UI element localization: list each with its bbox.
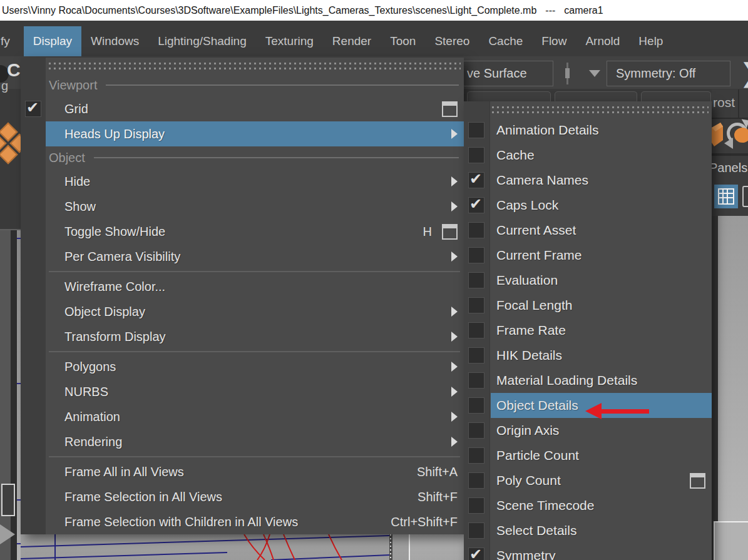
menubar-item-toon[interactable]: Toon <box>381 26 425 56</box>
checkbox[interactable] <box>468 272 484 288</box>
symmetry-dropdown[interactable]: Symmetry: Off <box>607 61 730 86</box>
menubar-item-flow[interactable]: Flow <box>532 26 576 56</box>
menu-separator <box>21 349 464 354</box>
menu-item-right: H <box>423 224 458 240</box>
checkbox[interactable] <box>468 347 484 364</box>
checkbox[interactable] <box>468 397 484 414</box>
menu-item-hide[interactable]: Hide <box>21 169 464 194</box>
menu-item-label: Heads Up Display <box>64 127 451 141</box>
menubar-item-stereo[interactable]: Stereo <box>425 26 479 56</box>
menubar-item-lighting-shading[interactable]: Lighting/Shading <box>148 26 256 56</box>
submenu-item-frame-rate[interactable]: Frame Rate <box>464 318 712 343</box>
checkbox[interactable] <box>468 522 484 539</box>
film-layout-icon[interactable] <box>742 186 748 207</box>
shortcut-label: Shift+A <box>417 465 458 479</box>
construction-icon[interactable]: C <box>7 59 21 81</box>
submenu-item-focal-length[interactable]: Focal Length <box>464 293 712 318</box>
viewport[interactable] <box>21 534 464 560</box>
submenu-item-symmetry[interactable]: ✔Symmetry <box>464 543 712 560</box>
menu-item-frame-selection-with-children-in-all-views[interactable]: Frame Selection with Children in All Vie… <box>21 509 464 534</box>
checkbox[interactable] <box>468 322 484 339</box>
submenu-item-camera-names[interactable]: ✔Camera Names <box>464 168 712 193</box>
menu-item-rendering[interactable]: Rendering <box>21 429 464 454</box>
menu-item-transform-display[interactable]: Transform Display <box>21 324 464 349</box>
submenu-item-label: Scene Timecode <box>496 498 705 513</box>
menu-item-nurbs[interactable]: NURBS <box>21 379 464 404</box>
shelf-tab[interactable] <box>641 91 711 101</box>
menu-item-body: Show <box>46 194 464 219</box>
option-box-icon[interactable] <box>442 224 458 240</box>
viewport-right-pane[interactable] <box>410 534 464 560</box>
submenu-item-animation-details[interactable]: Animation Details <box>464 118 712 143</box>
menu-item-toggle-show-hide[interactable]: Toggle Show/HideH <box>21 219 464 244</box>
checkbox[interactable] <box>468 372 484 389</box>
checkbox[interactable] <box>468 422 484 439</box>
live-surface-field[interactable]: ve Surface <box>464 61 553 86</box>
submenu-item-current-frame[interactable]: Current Frame <box>464 243 712 268</box>
submenu-item-scene-timecode[interactable]: Scene Timecode <box>464 493 712 518</box>
submenu-item-poly-count[interactable]: Poly Count <box>464 468 712 493</box>
menubar-item-fy[interactable]: fy <box>0 26 24 56</box>
menu-item-polygons[interactable]: Polygons <box>21 354 464 379</box>
shelf-tab[interactable] <box>467 91 551 101</box>
submenu-item-select-details[interactable]: Select Details <box>464 518 712 543</box>
submenu-item-label: Focal Length <box>496 298 705 313</box>
menu-separator <box>21 269 464 274</box>
option-box-icon[interactable] <box>690 473 705 489</box>
checkbox[interactable] <box>468 122 484 138</box>
tear-off-handle[interactable] <box>467 106 709 115</box>
menu-item-show[interactable]: Show <box>21 194 464 219</box>
menu-item-label: Toggle Show/Hide <box>64 225 423 239</box>
submenu-item-cache[interactable]: Cache <box>464 143 712 168</box>
submenu-item-evaluation[interactable]: Evaluation <box>464 268 712 293</box>
submenu-item-caps-lock[interactable]: ✔Caps Lock <box>464 193 712 218</box>
panels-menu-label[interactable]: Panels <box>709 161 747 175</box>
checkbox[interactable] <box>468 472 484 489</box>
menu-item-object-display[interactable]: Object Display <box>21 299 464 324</box>
menubar-item-help[interactable]: Help <box>629 26 672 56</box>
tool-arrow-icon[interactable] <box>0 524 15 544</box>
menu-item-grid[interactable]: ✔Grid <box>21 96 464 121</box>
submenu-item-material-loading-details[interactable]: Material Loading Details <box>464 368 712 393</box>
menu-item-animation[interactable]: Animation <box>21 404 464 429</box>
tool-icon-partial[interactable] <box>1 484 15 516</box>
shelf-tab[interactable] <box>555 91 637 101</box>
layout-grid-button[interactable] <box>714 185 738 208</box>
rotate-tool-icon[interactable] <box>725 120 748 149</box>
checkbox[interactable] <box>468 297 484 313</box>
menu-item-per-camera-visibility[interactable]: Per Camera Visibility <box>21 244 464 269</box>
menubar-item-display[interactable]: Display <box>24 26 81 56</box>
menu-item-right <box>451 412 458 422</box>
checkbox[interactable] <box>468 147 484 163</box>
option-box-icon[interactable] <box>442 101 458 117</box>
submenu-item-origin-axis[interactable]: Origin Axis <box>464 418 712 443</box>
scrollbar-gutter[interactable] <box>712 216 718 560</box>
submenu-item-hik-details[interactable]: HIK Details <box>464 343 712 368</box>
menubar-item-texturing[interactable]: Texturing <box>256 26 323 56</box>
menu-item-body: Rendering <box>46 429 464 454</box>
cube-icon[interactable] <box>712 121 723 148</box>
submenu-item-label: Symmetry <box>496 548 705 560</box>
checkbox[interactable] <box>468 247 484 263</box>
menu-item-body: Heads Up Display <box>46 121 464 146</box>
tear-off-handle[interactable] <box>24 63 461 71</box>
menu-item-frame-all-in-all-views[interactable]: Frame All in All ViewsShift+A <box>21 459 464 484</box>
submenu-item-current-asset[interactable]: Current Asset <box>464 218 712 243</box>
submenu-item-particle-count[interactable]: Particle Count <box>464 443 712 468</box>
menu-section-object: Object <box>21 146 464 169</box>
checkbox[interactable] <box>468 447 484 464</box>
menu-item-heads-up-display[interactable]: Heads Up Display <box>21 121 464 146</box>
submenu-item-body: Caps Lock <box>491 193 712 218</box>
shelf-tab-bifrost[interactable]: rost <box>712 89 748 119</box>
menu-item-label: Rendering <box>64 435 451 449</box>
menubar-item-cache[interactable]: Cache <box>479 26 532 56</box>
menubar-item-render[interactable]: Render <box>323 26 381 56</box>
menubar-item-arnold[interactable]: Arnold <box>576 26 629 56</box>
pane-splitter[interactable] <box>389 534 392 560</box>
menu-item-frame-selection-in-all-views[interactable]: Frame Selection in All ViewsShift+F <box>21 484 464 509</box>
menu-item-wireframe-color[interactable]: Wireframe Color... <box>21 274 464 299</box>
menubar-item-windows[interactable]: Windows <box>81 26 148 56</box>
checkbox[interactable] <box>468 222 484 238</box>
checkbox[interactable] <box>468 497 484 514</box>
dropdown-arrow-icon[interactable] <box>589 70 600 77</box>
